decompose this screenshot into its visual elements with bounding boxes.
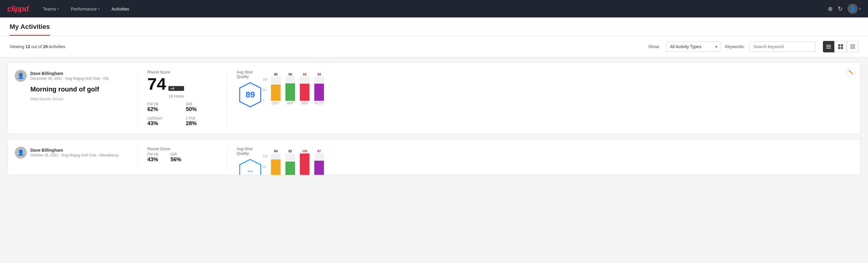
user-date-2: October 16, 2021 · Gog Magog Golf Club -… [30, 153, 119, 157]
svg-rect-2 [826, 48, 831, 49]
activity-card-1: ✏️ 👤 Dave Billingham December 05, 2021 ·… [7, 62, 861, 134]
bar-col-app-1: 90 APP [285, 72, 295, 105]
user-avatar-button[interactable]: 👤 ▾ [847, 4, 861, 14]
svg-rect-9 [850, 47, 855, 48]
keywords-label: Keywords: [725, 44, 745, 49]
activity-type-select-wrapper: All Activity Types [666, 41, 720, 52]
score-holes-1: 18 Holes [168, 94, 184, 98]
svg-rect-8 [850, 46, 855, 46]
page-title: My Activities [10, 23, 50, 36]
hexagon-2: ··· [237, 158, 264, 175]
navbar: clippd Teams ▾ Performance ▾ Activities … [0, 0, 868, 18]
score-badge-1: +4 [168, 86, 184, 91]
user-avatar-2: 👤 [15, 147, 27, 158]
card-left-2: 👤 Dave Billingham October 16, 2021 · Gog… [15, 147, 135, 162]
svg-rect-4 [841, 44, 843, 46]
user-name-1: Dave Billingham [30, 71, 109, 76]
activity-title-1: Morning round of golf [30, 85, 128, 93]
svg-rect-10 [850, 48, 855, 49]
view-compact-button[interactable] [847, 41, 858, 52]
one-putt-stat-1: 1 Putt 28% [186, 116, 217, 127]
nav-activities[interactable]: Activities [107, 4, 134, 14]
user-chevron-icon: ▾ [859, 7, 861, 11]
add-icon[interactable]: ⊕ [828, 5, 833, 12]
filter-bar: Viewing 12 out of 29 Activities Show: Al… [0, 36, 868, 57]
hexagon-1: 89 [237, 81, 264, 108]
card-left-1: 👤 Dave Billingham December 05, 2021 · Go… [15, 70, 135, 101]
bar-col-app-2: 82 APP [285, 149, 295, 175]
user-info-1: 👤 Dave Billingham December 05, 2021 · Go… [15, 70, 128, 82]
avg-quality-label-2: Avg Shot Quality [237, 147, 264, 155]
svg-rect-5 [838, 47, 840, 49]
hexagon-score-1: 89 [245, 90, 255, 99]
logo[interactable]: clippd [7, 4, 29, 13]
round-score-block-1: 74 +4 18 Holes [147, 76, 217, 98]
view-buttons [823, 41, 858, 52]
gir-stat-1: GIR 50% [186, 102, 217, 113]
bar-col-arg-2: 106 ARG [300, 149, 309, 175]
stats-grid-1: FW Hit 62% GIR 50% Up/Down 43% 1 Putt 28… [147, 102, 217, 127]
bar-col-ott-2: 94 OTT [271, 149, 281, 175]
refresh-icon[interactable]: ↻ [838, 5, 843, 12]
cards-container: ✏️ 👤 Dave Billingham December 05, 2021 ·… [0, 62, 868, 182]
nav-performance[interactable]: Performance ▾ [66, 4, 104, 14]
nav-teams[interactable]: Teams ▾ [38, 4, 64, 14]
card-stats-2: Round Score FW Hit 43% GIR 56% [140, 147, 224, 163]
card-quality-2: Avg Shot Quality ··· 100 50 0 [229, 147, 331, 175]
fw-hit-stat-1: FW Hit 62% [147, 102, 179, 113]
hexagon-score-2: ··· [248, 168, 253, 175]
score-meta-1: +4 18 Holes [168, 86, 184, 98]
svg-rect-1 [826, 46, 831, 47]
user-date-1: December 05, 2021 · Gog Magog Golf Club … [30, 77, 109, 81]
score-number-1: 74 [147, 76, 166, 92]
performance-chevron-icon: ▾ [98, 7, 99, 10]
card-stats-1: Round Score 74 +4 18 Holes FW Hit 62% GI… [140, 70, 224, 127]
svg-rect-6 [841, 47, 843, 49]
page-header: My Activities [0, 18, 868, 36]
svg-rect-0 [826, 45, 831, 46]
svg-rect-3 [838, 44, 840, 46]
gir-stat-2: GIR 56% [170, 152, 181, 163]
avatar: 👤 [847, 4, 858, 14]
round-score-label-2: Round Score [147, 147, 217, 151]
activity-type-select[interactable]: All Activity Types [666, 41, 720, 52]
updown-stat-1: Up/Down 43% [147, 116, 179, 127]
hexagon-container-2: ··· [237, 158, 264, 175]
bar-col-putt-1: 89 PUTT [314, 72, 324, 105]
round-score-label-1: Round Score [147, 70, 217, 74]
fw-hit-stat-2: FW Hit 43% [147, 152, 158, 163]
nav-icons: ⊕ ↻ 👤 ▾ [828, 4, 861, 14]
search-input[interactable] [749, 41, 816, 52]
data-source-1: Data Source: Arccos [30, 97, 128, 101]
edit-button-1[interactable]: ✏️ [846, 67, 856, 77]
bar-col-ott-1: 85 OTT [271, 72, 281, 105]
view-list-button[interactable] [823, 41, 834, 52]
hexagon-container-1: 89 [237, 81, 264, 108]
bar-chart-2: 100 50 0 94 OTT 82 [271, 150, 324, 175]
activity-card-2: 👤 Dave Billingham October 16, 2021 · Gog… [7, 139, 861, 175]
bar-col-putt-2: 87 PUTT [314, 149, 324, 175]
teams-chevron-icon: ▾ [57, 7, 59, 10]
user-name-2: Dave Billingham [30, 148, 119, 152]
view-grid-button[interactable] [835, 41, 846, 52]
user-avatar-1: 👤 [15, 70, 27, 82]
bar-col-arg-1: 89 ARG [300, 72, 309, 105]
show-label: Show: [648, 44, 660, 49]
card-quality-1: Avg Shot Quality 89 100 50 [229, 70, 331, 108]
viewing-text: Viewing 12 out of 29 Activities [10, 44, 65, 49]
svg-rect-7 [850, 45, 855, 45]
user-info-2: 👤 Dave Billingham October 16, 2021 · Gog… [15, 147, 128, 158]
bar-chart-1: 100 50 0 85 OTT 90 [271, 73, 324, 105]
avg-quality-label-1: Avg Shot Quality [237, 70, 264, 79]
